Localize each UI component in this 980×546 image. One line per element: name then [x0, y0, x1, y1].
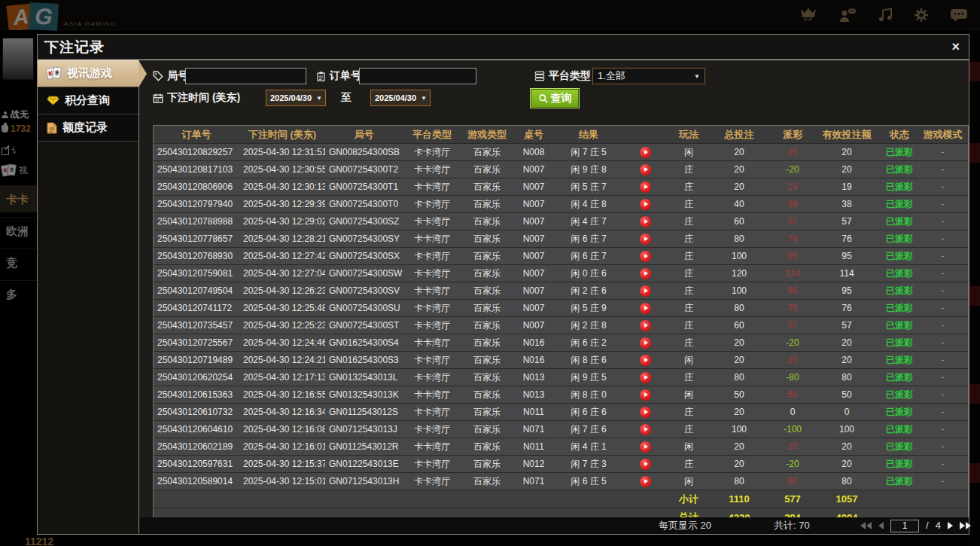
date-to-picker[interactable]: 2025/04/30 ▼ — [370, 90, 431, 106]
replay-button[interactable] — [640, 147, 651, 158]
cell-mode: - — [922, 303, 963, 313]
replay-button[interactable] — [640, 476, 651, 487]
cell-total-bet: 20 — [710, 459, 768, 469]
subtotal-valid-bet: 1057 — [817, 493, 877, 505]
order-number-input[interactable] — [359, 68, 476, 84]
cell-valid-bet: 95 — [817, 285, 877, 296]
cell-status: 已派彩 — [877, 181, 922, 194]
next-page-button[interactable] — [948, 522, 953, 529]
cell-total-bet: 40 — [710, 199, 768, 209]
cell-order-id: 250430120597631 — [154, 459, 239, 469]
cell-platform: 卡卡湾厅 — [403, 146, 461, 159]
prev-page-button[interactable] — [878, 522, 884, 529]
cell-play: 庄 — [668, 423, 710, 436]
cell-mode: - — [922, 233, 963, 244]
cell-valid-bet: 20 — [817, 164, 877, 175]
cell-platform: 卡卡湾厅 — [403, 198, 461, 211]
dialog-title: 下注记录 — [44, 38, 105, 57]
cell-status: 已派彩 — [877, 198, 922, 211]
cell-time: 2025-04-30 12:25:23 — [239, 320, 325, 331]
replay-button[interactable] — [640, 407, 651, 418]
chevron-down-icon: ▼ — [416, 95, 427, 102]
replay-button[interactable] — [640, 285, 651, 297]
cell-status: 已派彩 — [877, 337, 922, 349]
page-number-input[interactable] — [890, 520, 919, 532]
search-button[interactable]: 查询 — [531, 89, 579, 108]
cell-order-id: 250430120602189 — [154, 441, 239, 452]
replay-button[interactable] — [640, 355, 651, 366]
replay-button[interactable] — [640, 424, 651, 435]
table-row: 2504301206021892025-04-30 12:16:01GN0112… — [154, 438, 968, 456]
cell-table-no: N071 — [513, 424, 555, 435]
cell-table-no: N071 — [513, 476, 555, 487]
cell-mode: - — [922, 147, 963, 157]
replay-button[interactable] — [640, 320, 651, 331]
cell-play: 庄 — [668, 198, 710, 211]
document-icon — [47, 122, 57, 134]
last-page-button[interactable] — [960, 522, 971, 529]
table-row: 2504301207689302025-04-30 12:27:42GN0072… — [154, 248, 968, 265]
cell-round-id: GN0112543012S — [325, 407, 403, 417]
cell-play: 庄 — [668, 458, 710, 471]
replay-button[interactable] — [640, 389, 651, 401]
cell-round-id: GN0112543012R — [325, 441, 403, 452]
cell-mode: - — [922, 459, 963, 469]
cell-result: 闲 5 庄 9 — [555, 302, 622, 315]
cell-play: 庄 — [668, 406, 710, 419]
app-screen: A G ASIA GAMING VIP 战无 1732 — [0, 0, 980, 546]
cell-table-no: N016 — [513, 355, 555, 365]
cell-time: 2025-04-30 12:30:55 — [239, 164, 325, 175]
cell-total-bet: 50 — [710, 389, 768, 400]
round-number-input[interactable] — [185, 68, 306, 84]
cell-replay — [622, 233, 668, 245]
cell-payout: 95 — [768, 285, 817, 296]
cell-order-id: 250430120806906 — [154, 181, 239, 192]
cell-order-id: 250430120741172 — [154, 303, 239, 313]
replay-button[interactable] — [640, 199, 651, 210]
first-page-button[interactable] — [860, 522, 872, 529]
column-header: 游戏类型 — [461, 128, 513, 142]
replay-button[interactable] — [640, 372, 651, 383]
cell-game: 百家乐 — [461, 285, 513, 297]
date-from-picker[interactable]: 2025/04/30 ▼ — [266, 90, 326, 106]
cell-status: 已派彩 — [877, 163, 922, 176]
cell-mode: - — [922, 164, 963, 175]
cell-round-id: GN007254300SY — [325, 233, 403, 244]
cell-table-no: N013 — [513, 389, 555, 400]
cell-result: 闲 6 庄 7 — [555, 250, 622, 263]
subtotal-payout: 577 — [768, 493, 817, 505]
table-row: 2504301205976312025-04-30 12:15:37GN0122… — [154, 456, 968, 473]
cell-total-bet: 80 — [710, 476, 768, 487]
replay-button[interactable] — [640, 459, 651, 470]
cell-replay — [622, 372, 668, 383]
replay-button[interactable] — [640, 337, 651, 349]
tab-points-query[interactable]: 积分查询 — [38, 87, 138, 114]
platform-type-select[interactable]: 1.全部 ▼ — [592, 68, 705, 84]
cell-result: 闲 4 庄 8 — [555, 198, 622, 211]
cell-total-bet: 80 — [710, 233, 768, 244]
replay-button[interactable] — [640, 268, 651, 279]
cell-game: 百家乐 — [461, 146, 513, 159]
replay-button[interactable] — [640, 164, 651, 175]
replay-button[interactable] — [640, 303, 651, 314]
cell-result: 闲 6 庄 7 — [555, 233, 622, 246]
cell-status: 已派彩 — [877, 250, 922, 263]
cell-total-bet: 80 — [710, 303, 768, 313]
table-row: 2504301208069062025-04-30 12:30:13GN0072… — [154, 178, 968, 196]
cell-valid-bet: 50 — [817, 389, 877, 400]
replay-button[interactable] — [640, 181, 651, 193]
replay-button[interactable] — [640, 441, 651, 453]
replay-button[interactable] — [640, 233, 651, 245]
tab-credit-records[interactable]: 额度记录 — [38, 114, 138, 142]
replay-button[interactable] — [640, 216, 651, 227]
tab-video-games[interactable]: K9 视讯游戏 — [38, 60, 138, 87]
cell-round-id: GN0712543013J — [325, 424, 403, 435]
cell-round-id: GN007254300SV — [325, 285, 403, 296]
bet-time-label: 下注时间 (美东) — [167, 91, 240, 105]
cell-play: 庄 — [668, 233, 710, 246]
cell-game: 百家乐 — [461, 163, 513, 176]
cell-mode: - — [922, 320, 963, 331]
close-icon[interactable]: × — [951, 38, 960, 55]
replay-button[interactable] — [640, 251, 651, 262]
subtotal-row: 小计 1110 577 1057 — [154, 490, 968, 508]
